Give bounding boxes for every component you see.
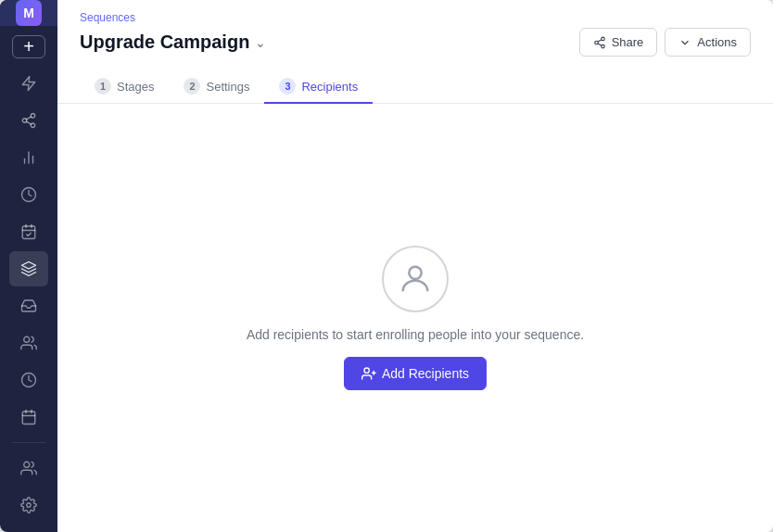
tab-settings[interactable]: 2 Settings <box>169 70 264 104</box>
header-row: Upgrade Campaign ⌄ Share Actions <box>80 28 751 57</box>
add-recipients-button[interactable]: Add Recipients <box>344 357 487 390</box>
tabs: 1 Stages 2 Settings 3 Recipients <box>80 70 751 103</box>
tab-settings-label: Settings <box>206 80 249 94</box>
sidebar-item-notifications[interactable] <box>9 525 48 532</box>
share-button[interactable]: Share <box>579 28 658 57</box>
svg-line-27 <box>598 39 602 41</box>
logo[interactable]: M <box>0 0 57 26</box>
app-container: M + <box>0 0 773 532</box>
empty-state: Add recipients to start enrolling people… <box>57 104 773 532</box>
tab-recipients-label: Recipients <box>301 80 358 94</box>
empty-state-message: Add recipients to start enrolling people… <box>247 327 584 342</box>
add-recipients-icon <box>361 366 376 381</box>
tab-stages-number: 1 <box>95 78 111 95</box>
svg-point-29 <box>364 368 369 373</box>
svg-point-14 <box>24 336 30 342</box>
svg-line-3 <box>26 121 31 124</box>
main-content: Sequences Upgrade Campaign ⌄ Share Actio… <box>57 0 773 532</box>
sidebar-item-activity[interactable] <box>9 177 48 212</box>
actions-button[interactable]: Actions <box>665 28 751 57</box>
svg-line-26 <box>598 43 602 44</box>
sidebar-item-tasks[interactable] <box>9 214 48 249</box>
svg-point-21 <box>27 503 32 508</box>
page-title-group: Upgrade Campaign ⌄ <box>80 32 266 53</box>
header-actions: Share Actions <box>579 28 751 57</box>
add-button[interactable]: + <box>12 35 45 58</box>
sidebar-item-history[interactable] <box>9 362 48 398</box>
tab-settings-number: 2 <box>184 78 200 95</box>
chevron-down-icon <box>678 36 691 49</box>
empty-recipients-icon <box>382 246 449 312</box>
svg-point-28 <box>409 267 421 279</box>
svg-point-23 <box>601 37 604 41</box>
sidebar-divider <box>12 442 45 443</box>
tab-stages[interactable]: 1 Stages <box>80 70 169 104</box>
sidebar-item-team[interactable] <box>9 450 48 486</box>
svg-marker-13 <box>22 262 36 270</box>
sidebar-nav <box>0 66 57 532</box>
page-header: Sequences Upgrade Campaign ⌄ Share Actio… <box>57 0 773 104</box>
svg-point-25 <box>601 44 604 48</box>
sidebar-item-inbox[interactable] <box>9 288 48 323</box>
tab-recipients[interactable]: 3 Recipients <box>264 70 373 104</box>
svg-point-24 <box>594 41 598 44</box>
sidebar-item-settings[interactable] <box>9 488 48 523</box>
svg-rect-16 <box>22 412 35 424</box>
logo-mark: M <box>16 0 42 26</box>
sidebar-item-layers[interactable] <box>9 251 48 286</box>
tab-recipients-number: 3 <box>279 78 296 95</box>
sidebar: M + <box>0 0 57 532</box>
sidebar-item-analytics[interactable] <box>9 140 48 175</box>
sidebar-item-contacts[interactable] <box>9 325 48 361</box>
svg-line-4 <box>26 117 31 120</box>
tab-stages-label: Stages <box>117 80 154 94</box>
breadcrumb: Sequences <box>80 11 751 24</box>
sidebar-item-lightning[interactable] <box>9 66 48 101</box>
sidebar-item-sequences[interactable] <box>9 103 48 138</box>
add-recipients-label: Add Recipients <box>382 366 469 381</box>
page-title: Upgrade Campaign <box>80 32 249 53</box>
sidebar-item-calendar[interactable] <box>9 399 48 435</box>
svg-rect-9 <box>22 226 35 239</box>
chevron-down-icon[interactable]: ⌄ <box>255 35 266 50</box>
svg-point-20 <box>24 462 30 467</box>
share-icon <box>593 36 606 49</box>
